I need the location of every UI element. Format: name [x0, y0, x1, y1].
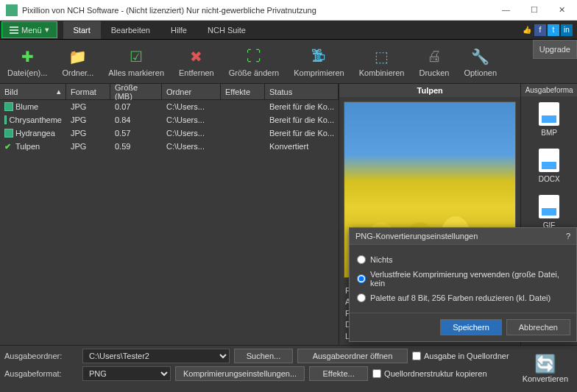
cancel-button[interactable]: Abbrechen	[506, 319, 570, 335]
toolbar-remove-button[interactable]: ✖Entfernen	[171, 43, 222, 80]
radio-option-2[interactable]: Palette auf 8 Bit, 256 Farben reduzieren…	[357, 291, 569, 305]
output-format-bmp[interactable]: BMP	[521, 96, 577, 143]
tab-bearbeiten[interactable]: Bearbeiten	[101, 21, 160, 39]
compression-settings-button[interactable]: Komprimierungseinstellungen...	[175, 366, 305, 381]
titlebar: Pixillion von NCH Software - (Nicht lize…	[0, 0, 577, 21]
output-in-source-checkbox[interactable]: Ausgabe in Quellordner	[412, 352, 509, 360]
help-button[interactable]: ?	[566, 232, 570, 240]
toolbar-resize-button[interactable]: ⛶Größe ändern	[222, 43, 286, 80]
select-all-icon: ☑	[126, 46, 146, 67]
output-format-select[interactable]: PNG	[82, 366, 171, 381]
print-icon: 🖨	[424, 46, 445, 67]
output-formats-title: Ausgabeforma	[521, 84, 577, 96]
thumbs-up-icon[interactable]: 👍	[521, 24, 533, 36]
folder-icon: 📁	[68, 46, 88, 67]
output-format-docx[interactable]: DOCX	[521, 143, 577, 189]
combine-icon: ⬚	[372, 46, 392, 67]
table-row[interactable]: HydrangeaJPG0.57C:\Users...Bereit für di…	[0, 126, 339, 140]
col-status[interactable]: Status	[265, 84, 339, 99]
file-icon	[539, 102, 559, 126]
resize-icon: ⛶	[244, 46, 264, 67]
chevron-down-icon: ▾	[45, 25, 49, 35]
app-icon	[6, 4, 18, 16]
copy-folder-structure-checkbox[interactable]: Quellordnerstruktur kopieren	[372, 369, 486, 378]
output-folder-label: Ausgabeordner:	[4, 352, 78, 360]
save-button[interactable]: Speichern	[440, 319, 502, 335]
upgrade-button[interactable]: Upgrade	[533, 40, 577, 59]
image-icon	[4, 102, 13, 111]
linkedin-icon[interactable]: in	[561, 24, 573, 36]
tab-start[interactable]: Start	[63, 21, 101, 39]
image-icon	[4, 115, 7, 124]
col-size[interactable]: Größe (MB)	[110, 84, 162, 99]
menu-button-label: Menü	[21, 26, 42, 35]
convert-button[interactable]: 🔄 Konvertieren	[520, 351, 571, 386]
menu-button[interactable]: Menü ▾	[1, 21, 57, 38]
open-output-folder-button[interactable]: Ausgabeordner öffnen	[297, 349, 408, 363]
effects-button[interactable]: Effekte...	[309, 366, 368, 381]
social-icons: 👍 f t in	[521, 24, 577, 36]
compress-icon: 🗜	[308, 46, 329, 67]
output-format-label: Ausgabeformat:	[4, 369, 78, 378]
png-settings-dialog: PNG-Konvertierungseinstellungen ? Nichts…	[349, 227, 577, 342]
check-icon: ✔	[4, 142, 13, 151]
minimize-button[interactable]: —	[496, 4, 516, 16]
toolbar-combine-button[interactable]: ⬚Kombinieren	[352, 43, 412, 80]
col-folder[interactable]: Ordner	[162, 84, 221, 99]
tab-nch suite[interactable]: NCH Suite	[197, 21, 256, 39]
toolbar-compress-button[interactable]: 🗜Komprimieren	[286, 43, 351, 80]
table-row[interactable]: ✔TulpenJPG0.59C:\Users...Konvertiert	[0, 140, 339, 153]
toolbar-plus-button[interactable]: ✚Datei(en)...	[0, 43, 54, 80]
convert-icon: 🔄	[534, 354, 556, 374]
radio-option-1[interactable]: Verlustfreie Komprimierung verwenden (gr…	[357, 267, 569, 291]
toolbar-print-button[interactable]: 🖨Drucken	[411, 43, 456, 80]
toolbar-settings-button[interactable]: 🔧Optionen	[456, 43, 504, 80]
file-icon	[539, 149, 559, 172]
settings-icon: 🔧	[470, 46, 491, 67]
toolbar: ✚Datei(en)...📁Ordner...☑Alles markieren✖…	[0, 40, 577, 84]
dialog-title: PNG-Konvertierungseinstellungen	[355, 232, 478, 240]
output-folder-select[interactable]: C:\Users\Tester2	[82, 349, 230, 363]
tab-hilfe[interactable]: Hilfe	[160, 21, 197, 39]
col-effects[interactable]: Effekte	[221, 84, 265, 99]
toolbar-select-all-button[interactable]: ☑Alles markieren	[101, 43, 171, 80]
browse-button[interactable]: Suchen...	[234, 349, 293, 363]
maximize-button[interactable]: ☐	[525, 4, 544, 16]
window-title: Pixillion von NCH Software - (Nicht lize…	[22, 6, 496, 15]
close-button[interactable]: ✕	[553, 4, 571, 16]
table-row[interactable]: BlumeJPG0.07C:\Users...Bereit für die Ko…	[0, 100, 339, 113]
facebook-icon[interactable]: f	[534, 24, 546, 36]
table-row[interactable]: ChrysanthemeJPG0.84C:\Users...Bereit für…	[0, 113, 339, 126]
menubar: Menü ▾ StartBearbeitenHilfeNCH Suite 👍 f…	[0, 21, 577, 40]
file-icon	[539, 195, 559, 218]
radio-option-0[interactable]: Nichts	[357, 252, 569, 267]
twitter-icon[interactable]: t	[548, 24, 559, 36]
convert-label: Konvertieren	[523, 374, 568, 383]
sort-icon: ▴	[57, 87, 61, 96]
preview-title: Tulpen	[339, 84, 520, 97]
hamburger-icon	[10, 26, 18, 34]
image-icon	[4, 129, 13, 138]
bottom-bar: Ausgabeordner: C:\Users\Tester2 Suchen..…	[0, 345, 577, 387]
remove-icon: ✖	[186, 46, 207, 67]
toolbar-folder-button[interactable]: 📁Ordner...	[54, 43, 101, 80]
file-table: Bild ▴ Format Größe (MB) Ordner Effekte …	[0, 84, 339, 345]
plus-icon: ✚	[17, 46, 38, 67]
col-bild[interactable]: Bild ▴	[0, 84, 66, 99]
col-format[interactable]: Format	[66, 84, 110, 99]
